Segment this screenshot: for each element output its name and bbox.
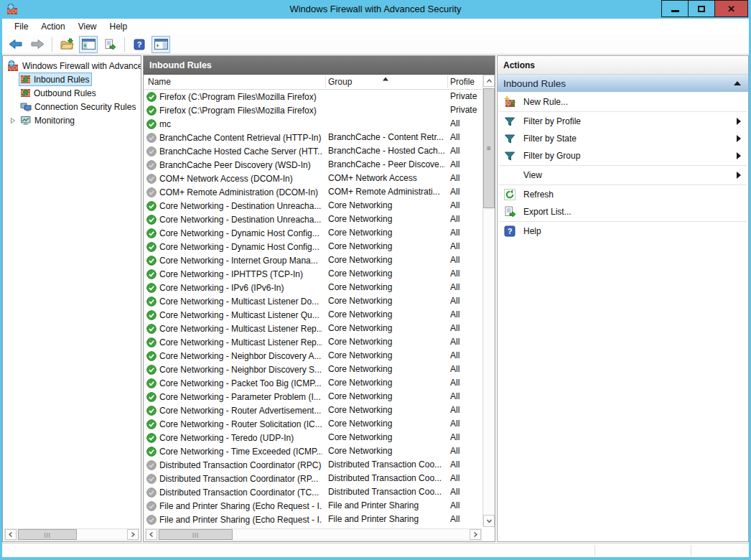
results-pane-title: Inbound Rules xyxy=(144,56,495,75)
title-bar[interactable]: Windows Firewall with Advanced Security … xyxy=(0,0,751,19)
rule-group: Distributed Transaction Coo... xyxy=(328,458,445,472)
action-filter-by-state[interactable]: Filter by State xyxy=(498,130,748,147)
tree-item-outbound-rules[interactable]: Outbound Rules xyxy=(3,86,141,100)
list-horizontal-scrollbar[interactable]: ||| xyxy=(145,528,482,541)
tree-horizontal-scrollbar[interactable]: ||| xyxy=(4,528,139,541)
rule-row[interactable]: COM+ Network Access (DCOM-In)COM+ Networ… xyxy=(144,172,482,185)
rule-row[interactable]: Core Networking - Teredo (UDP-In)Core Ne… xyxy=(144,431,482,444)
rule-row[interactable]: mcAll xyxy=(144,117,482,131)
rule-row[interactable]: File and Printer Sharing (Echo Request -… xyxy=(144,499,482,513)
rule-row[interactable]: Core Networking - IPv6 (IPv6-In)Core Net… xyxy=(144,281,482,294)
show-console-tree-button[interactable] xyxy=(79,36,98,53)
rule-row[interactable]: Core Networking - Neighbor Discovery S..… xyxy=(144,363,482,376)
rule-row[interactable]: BranchCache Content Retrieval (HTTP-In)B… xyxy=(144,131,482,144)
expand-arrow-icon[interactable] xyxy=(7,117,19,124)
rule-row[interactable]: Core Networking - Internet Group Mana...… xyxy=(144,253,482,267)
rule-profile: All xyxy=(450,403,480,417)
menu-action[interactable]: Action xyxy=(34,19,71,34)
scroll-right-button[interactable] xyxy=(470,529,481,540)
show-action-pane-button[interactable] xyxy=(151,36,170,53)
tree-item-hit-area[interactable]: Outbound Rules xyxy=(19,86,99,100)
scroll-left-button[interactable] xyxy=(5,529,17,540)
help-button[interactable]: ? xyxy=(130,36,149,53)
tree-item-root[interactable]: Windows Firewall with Advance xyxy=(3,59,141,73)
tree-items: Windows Firewall with Advance Inbound Ru… xyxy=(3,59,141,127)
maximize-button[interactable] xyxy=(688,0,714,17)
rule-row[interactable]: Core Networking - Multicast Listener Qu.… xyxy=(144,308,482,322)
forward-button[interactable] xyxy=(28,36,47,53)
vertical-scrollbar[interactable]: ≡ xyxy=(482,75,495,527)
menu-view[interactable]: View xyxy=(72,19,103,34)
rule-name-cell: COM+ Remote Administration (DCOM-In) xyxy=(146,185,322,199)
rule-row[interactable]: File and Printer Sharing (Echo Request -… xyxy=(144,513,482,526)
scroll-down-button[interactable] xyxy=(483,515,495,527)
tree-item-monitoring[interactable]: Monitoring xyxy=(3,113,141,127)
column-header-group[interactable]: Group xyxy=(328,75,352,90)
rule-row[interactable]: Core Networking - Dynamic Host Config...… xyxy=(144,226,482,240)
action-export-list[interactable]: Export List... xyxy=(498,203,748,220)
rule-profile: All xyxy=(450,458,480,472)
scroll-left-button[interactable] xyxy=(146,529,157,540)
column-header-name[interactable]: Name xyxy=(148,75,171,90)
up-one-level-button[interactable] xyxy=(57,36,76,53)
rule-row[interactable]: Core Networking - Neighbor Discovery A..… xyxy=(144,349,482,363)
tree-item-label: Outbound Rules xyxy=(34,88,96,98)
column-header-profile[interactable]: Profile xyxy=(450,75,475,90)
column-divider[interactable] xyxy=(447,75,448,88)
scroll-thumb[interactable]: ||| xyxy=(159,529,233,540)
rule-row[interactable]: Core Networking - Multicast Listener Do.… xyxy=(144,294,482,308)
scroll-thumb[interactable]: ≡ xyxy=(483,88,495,208)
scroll-up-button[interactable] xyxy=(483,75,495,87)
rule-enabled-icon xyxy=(146,297,157,307)
rule-row[interactable]: Firefox (C:\Program Files\Mozilla Firefo… xyxy=(144,90,482,103)
rule-row[interactable]: Core Networking - Dynamic Host Config...… xyxy=(144,240,482,253)
action-pane-icon xyxy=(154,39,168,50)
scroll-right-button[interactable] xyxy=(127,529,139,540)
tree-item-hit-area[interactable]: Monitoring xyxy=(19,113,78,127)
tree-item-label: Connection Security Rules xyxy=(34,102,136,112)
export-list-button[interactable] xyxy=(101,36,119,53)
rule-row[interactable]: Core Networking - Packet Too Big (ICMP..… xyxy=(144,376,482,390)
rule-row[interactable]: Core Networking - Router Advertisement..… xyxy=(144,403,482,417)
menu-file[interactable]: File xyxy=(8,19,34,34)
tree-item-connection-security-rules[interactable]: Connection Security Rules xyxy=(3,100,141,113)
scroll-track[interactable] xyxy=(77,529,127,540)
action-label: New Rule... xyxy=(523,97,741,107)
rule-row[interactable]: Core Networking - IPHTTPS (TCP-In)Core N… xyxy=(144,267,482,281)
rule-profile: All xyxy=(450,199,480,213)
action-filter-by-group[interactable]: Filter by Group xyxy=(498,147,748,164)
scroll-track[interactable] xyxy=(484,210,494,515)
action-view[interactable]: View xyxy=(498,167,748,184)
tree-item-inbound-rules[interactable]: Inbound Rules xyxy=(3,73,141,86)
action-filter-by-profile[interactable]: Filter by Profile xyxy=(498,113,748,130)
minimize-button[interactable] xyxy=(661,0,688,17)
collapse-section-icon[interactable] xyxy=(734,81,741,85)
rule-row[interactable]: Core Networking - Destination Unreacha..… xyxy=(144,199,482,213)
rule-row[interactable]: Core Networking - Time Exceeded (ICMP...… xyxy=(144,444,482,458)
column-divider[interactable] xyxy=(325,75,326,88)
action-new-rule[interactable]: New Rule... xyxy=(498,93,748,111)
actions-section-inbound-rules[interactable]: Inbound Rules xyxy=(498,75,748,92)
scroll-thumb[interactable]: ||| xyxy=(18,529,77,540)
tree-item-hit-area[interactable]: Inbound Rules xyxy=(19,73,92,86)
rule-enabled-icon xyxy=(146,392,157,402)
rule-row[interactable]: Core Networking - Multicast Listener Rep… xyxy=(144,322,482,335)
close-button[interactable]: ✕ xyxy=(714,0,748,17)
rule-row[interactable]: Core Networking - Destination Unreacha..… xyxy=(144,213,482,226)
rule-row[interactable]: Distributed Transaction Coordinator (RP.… xyxy=(144,472,482,485)
scroll-track[interactable] xyxy=(233,529,470,540)
rule-row[interactable]: Firefox (C:\Program Files\Mozilla Firefo… xyxy=(144,103,482,117)
rule-row[interactable]: Distributed Transaction Coordinator (TC.… xyxy=(144,485,482,499)
rule-row[interactable]: BranchCache Hosted Cache Server (HTT...B… xyxy=(144,144,482,158)
rule-row[interactable]: Core Networking - Router Solicitation (I… xyxy=(144,417,482,431)
rule-row[interactable]: COM+ Remote Administration (DCOM-In)COM+… xyxy=(144,185,482,199)
rule-row[interactable]: Distributed Transaction Coordinator (RPC… xyxy=(144,458,482,472)
rule-row[interactable]: BranchCache Peer Discovery (WSD-In)Branc… xyxy=(144,158,482,172)
action-help[interactable]: ?Help xyxy=(498,223,748,240)
action-refresh[interactable]: Refresh xyxy=(498,186,748,203)
menu-help[interactable]: Help xyxy=(103,19,134,34)
back-button[interactable] xyxy=(6,36,25,53)
rule-row[interactable]: Core Networking - Parameter Problem (I..… xyxy=(144,390,482,403)
rule-row[interactable]: Core Networking - Multicast Listener Rep… xyxy=(144,335,482,349)
tree-item-hit-area[interactable]: Connection Security Rules xyxy=(19,100,139,113)
